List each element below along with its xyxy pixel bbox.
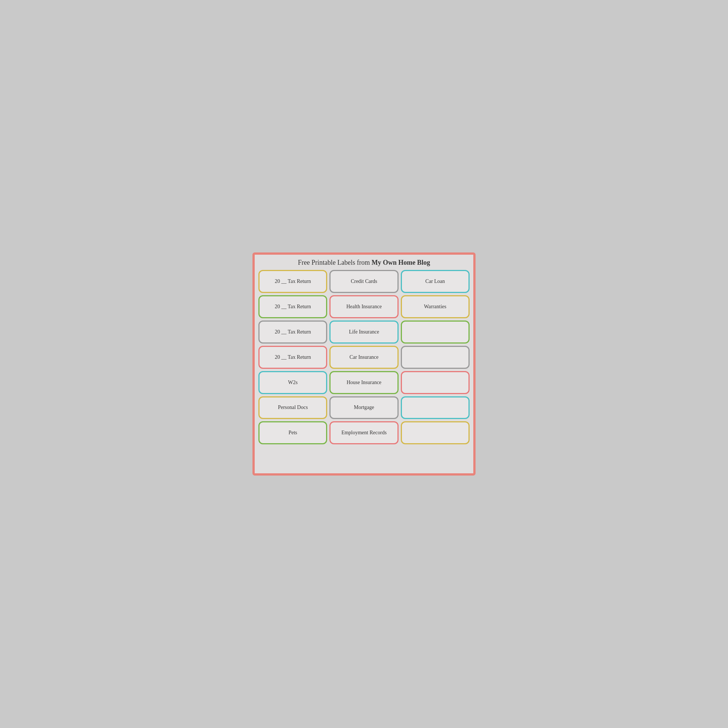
- label-box: House Insurance: [329, 371, 398, 394]
- label-box: Car Loan: [401, 270, 470, 293]
- label-box: Mortgage: [329, 396, 398, 419]
- label-box: Warranties: [401, 295, 470, 318]
- label-box: Employment Records: [329, 421, 398, 444]
- label-box: 20 __ Tax Return: [258, 270, 327, 293]
- label-grid: 20 __ Tax ReturnCredit CardsCar Loan20 _…: [258, 270, 470, 470]
- label-box: [401, 321, 470, 344]
- label-box: Life Insurance: [329, 321, 398, 344]
- label-box: [401, 396, 470, 419]
- page-title: Free Printable Labels from My Own Home B…: [258, 258, 470, 267]
- label-box: Credit Cards: [329, 270, 398, 293]
- title-plain: Free Printable Labels from: [298, 259, 372, 266]
- main-page: Free Printable Labels from My Own Home B…: [252, 252, 476, 476]
- label-box: 20 __ Tax Return: [258, 295, 327, 318]
- label-box: Car Insurance: [329, 346, 398, 369]
- label-box: 20 __ Tax Return: [258, 346, 327, 369]
- label-box: 20 __ Tax Return: [258, 321, 327, 344]
- label-box: [401, 346, 470, 369]
- label-box: [401, 371, 470, 394]
- label-box: W2s: [258, 371, 327, 394]
- label-box: Health Insurance: [329, 295, 398, 318]
- title-bold: My Own Home Blog: [372, 259, 430, 266]
- label-box: [401, 421, 470, 444]
- label-box: Pets: [258, 421, 327, 444]
- label-box: Personal Docs: [258, 396, 327, 419]
